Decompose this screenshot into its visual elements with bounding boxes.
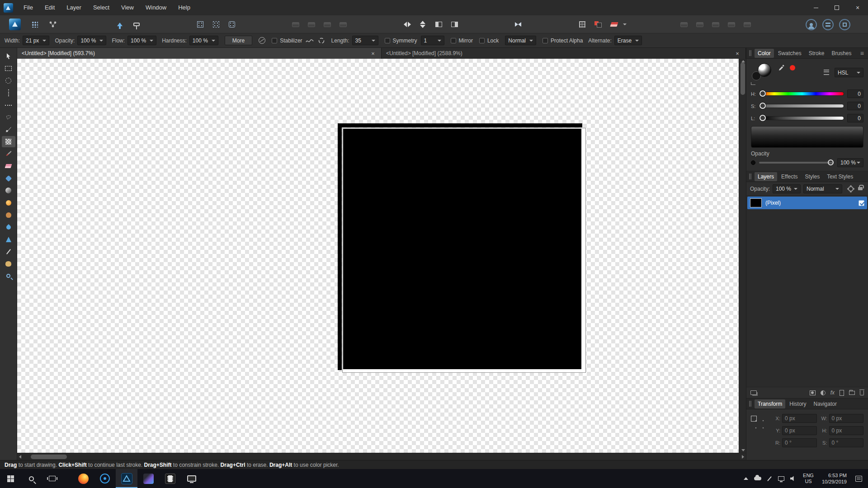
help-icon[interactable] xyxy=(822,19,834,30)
taskbar-app-firefox[interactable] xyxy=(72,469,94,488)
tab-stroke[interactable]: Stroke xyxy=(806,49,828,58)
saturation-slider[interactable] xyxy=(760,104,844,108)
layer-visibility-checkbox[interactable] xyxy=(859,200,864,206)
flow-dropdown[interactable]: 100 % xyxy=(127,36,156,45)
saturation-value-field[interactable]: 0 xyxy=(847,102,863,110)
lightness-slider[interactable] xyxy=(760,116,844,120)
taskbar-app-film[interactable] xyxy=(159,469,181,488)
lock-checkbox-box[interactable] xyxy=(479,38,485,43)
swap-colors-icon[interactable] xyxy=(751,82,755,85)
erase-brush-tool[interactable] xyxy=(2,160,15,172)
color-opacity-slider[interactable] xyxy=(759,162,834,164)
shade-preview-box[interactable] xyxy=(751,126,863,148)
assistant-icon[interactable] xyxy=(512,19,524,30)
symmetry-checkbox-box[interactable] xyxy=(385,38,390,43)
adjustment-layer-icon[interactable] xyxy=(821,390,826,395)
menu-view[interactable]: View xyxy=(115,0,140,15)
ellipse-marquee-tool[interactable] xyxy=(2,75,15,86)
layer-thumbnail[interactable] xyxy=(750,198,762,207)
window-close-button[interactable]: × xyxy=(847,0,868,15)
fill-color-well[interactable] xyxy=(758,63,771,77)
color-opacity-thumb[interactable] xyxy=(828,160,834,165)
menu-window[interactable]: Window xyxy=(140,0,172,15)
tab-styles[interactable]: Styles xyxy=(802,172,823,181)
tab-layers[interactable]: Layers xyxy=(755,172,777,181)
transform-w-field[interactable]: 0 px xyxy=(829,414,864,423)
geometry-icon-2[interactable] xyxy=(694,19,706,30)
window-maximize-button[interactable] xyxy=(826,0,847,15)
layer-effects-icon[interactable]: fx xyxy=(830,390,835,395)
width-dropdown[interactable]: 21 px xyxy=(23,36,49,45)
paint-roller-icon[interactable] xyxy=(131,19,142,30)
mask-layer-icon[interactable] xyxy=(810,390,816,395)
mirror-checkbox[interactable]: Mirror xyxy=(451,38,473,44)
arrange-icon-4[interactable] xyxy=(337,19,349,30)
tab-effects[interactable]: Effects xyxy=(778,172,801,181)
rectangle-marquee-tool[interactable] xyxy=(2,63,15,74)
hue-slider[interactable] xyxy=(760,92,844,96)
tab-brushes[interactable]: Brushes xyxy=(828,49,854,58)
arrange-icon-2[interactable] xyxy=(306,19,317,30)
blend-mode-dropdown[interactable]: Normal xyxy=(505,36,536,45)
flip-vertical-icon[interactable] xyxy=(417,19,429,30)
color-opacity-dropdown[interactable]: 100 % xyxy=(837,158,863,167)
menu-file[interactable]: File xyxy=(18,0,39,15)
flood-fill-tool[interactable] xyxy=(2,173,15,184)
ui-grid-toggle-icon[interactable] xyxy=(29,19,41,30)
transform-h-field[interactable]: 0 px xyxy=(829,426,864,435)
saturation-slider-thumb[interactable] xyxy=(760,103,766,109)
snapping-candidates-icon[interactable] xyxy=(210,19,222,30)
taskbar-app-video-editor[interactable] xyxy=(137,469,159,488)
geometry-icon-4[interactable] xyxy=(726,19,737,30)
transform-y-field[interactable]: 0 px xyxy=(782,426,817,435)
color-picker-tool[interactable] xyxy=(2,246,15,257)
rotate-cw-icon[interactable] xyxy=(448,19,460,30)
scroll-right-icon[interactable] xyxy=(742,455,744,459)
eyedropper-icon[interactable] xyxy=(778,64,785,73)
grid-toggle-icon[interactable] xyxy=(576,19,588,30)
sharpen-brush-tool[interactable] xyxy=(2,234,15,245)
slider-mode-icon[interactable] xyxy=(824,70,829,75)
tray-cloud-button[interactable] xyxy=(752,469,764,488)
pixel-tool[interactable] xyxy=(2,136,15,147)
lightness-slider-thumb[interactable] xyxy=(760,115,766,121)
taskbar-app-media-player[interactable] xyxy=(94,469,116,488)
protect-alpha-checkbox-box[interactable] xyxy=(542,38,548,43)
settings-icon[interactable] xyxy=(839,19,850,30)
selection-brush-tool[interactable] xyxy=(2,124,15,135)
dodge-brush-tool[interactable] xyxy=(2,197,15,208)
new-layer-icon[interactable] xyxy=(840,390,844,396)
erase-mode-dropdown[interactable] xyxy=(622,19,628,30)
freehand-selection-tool[interactable] xyxy=(2,112,15,123)
window-stabilizer-icon[interactable] xyxy=(317,37,326,45)
canvas-viewport[interactable] xyxy=(17,59,739,453)
zoom-tool[interactable] xyxy=(2,270,15,282)
stabilizer-checkbox-box[interactable] xyxy=(272,38,277,43)
layers-stack-icon[interactable] xyxy=(750,390,757,395)
scroll-down-icon[interactable] xyxy=(741,449,745,451)
hardness-dropdown[interactable]: 100 % xyxy=(189,36,218,45)
layer-lock-icon[interactable] xyxy=(858,187,863,190)
erase-mode-icon[interactable] xyxy=(608,19,620,30)
arrange-icon-1[interactable] xyxy=(290,19,302,30)
column-marquee-tool[interactable] xyxy=(2,87,15,99)
transform-r-field[interactable]: 0 ° xyxy=(782,438,817,447)
node-link-icon[interactable] xyxy=(47,19,59,30)
tab-swatches[interactable]: Swatches xyxy=(775,49,805,58)
lock-checkbox[interactable]: Lock xyxy=(479,38,499,44)
tab-text-styles[interactable]: Text Styles xyxy=(824,172,856,181)
geometry-icon-3[interactable] xyxy=(710,19,722,30)
rotate-ccw-icon[interactable] xyxy=(433,19,444,30)
delete-layer-icon[interactable] xyxy=(860,390,864,395)
menu-select[interactable]: Select xyxy=(87,0,115,15)
tray-expand-button[interactable] xyxy=(740,469,752,488)
horizontal-scrollbar-thumb[interactable] xyxy=(31,455,67,459)
hue-slider-thumb[interactable] xyxy=(760,90,766,97)
panel-menu-icon[interactable]: ≡ xyxy=(858,50,866,57)
tray-pen-button[interactable] xyxy=(764,469,775,488)
vertical-scrollbar[interactable] xyxy=(739,59,746,453)
start-button[interactable] xyxy=(0,469,21,488)
transform-s-field[interactable]: 0 ° xyxy=(829,438,864,447)
view-tool[interactable] xyxy=(2,258,15,269)
tray-network-button[interactable] xyxy=(775,469,787,488)
